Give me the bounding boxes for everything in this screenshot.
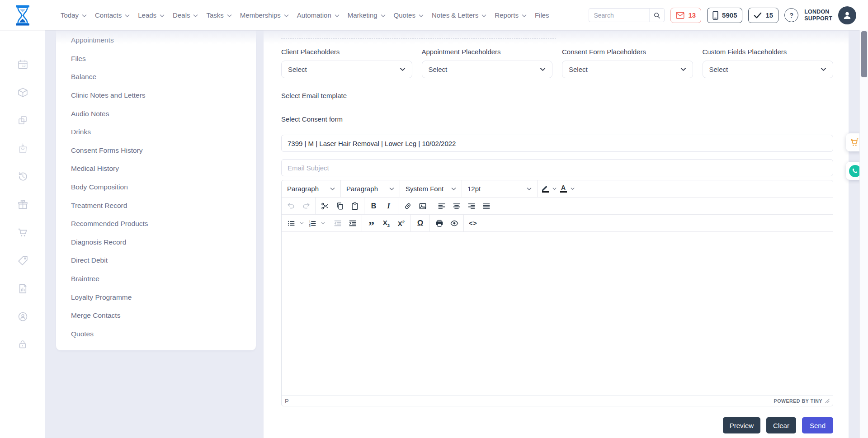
print-button[interactable] [432, 217, 447, 230]
placeholder-label: Appointment Placeholders [422, 48, 553, 56]
sidebar-item[interactable]: Braintree [56, 270, 256, 288]
preview-eye-button[interactable] [447, 217, 462, 230]
outdent-button[interactable] [330, 217, 345, 230]
nav-item[interactable]: Deals [173, 11, 198, 19]
block-format-select[interactable]: Paragraph [283, 185, 339, 193]
placeholder-select[interactable]: Select [703, 61, 834, 78]
sidebar-item[interactable]: Direct Debit [56, 251, 256, 270]
products-cube-icon[interactable] [17, 86, 28, 98]
text-color-button[interactable]: A [557, 182, 569, 196]
page-scrollbar-thumb[interactable] [861, 31, 867, 77]
preview-button[interactable]: Preview [723, 417, 760, 433]
mail-button[interactable]: 13 [670, 8, 701, 23]
sidebar-item[interactable]: Files [56, 50, 256, 68]
sidebar-item[interactable]: Diagnosis Record [56, 233, 256, 252]
highlight-color-button[interactable] [539, 182, 551, 196]
align-left-button[interactable] [434, 199, 449, 213]
sidebar-item[interactable]: Drinks [56, 123, 256, 141]
italic-button[interactable]: I [381, 199, 396, 213]
indent-button[interactable] [345, 217, 360, 230]
tasks-done-button[interactable]: 15 [748, 8, 778, 23]
paragraph-format-select[interactable]: Paragraph [343, 185, 398, 193]
nav-item[interactable]: Memberships [240, 11, 289, 19]
subscript-button[interactable]: X2 [379, 217, 394, 230]
sidebar-item[interactable]: Recommended Products [56, 215, 256, 233]
gift-icon[interactable] [17, 198, 28, 210]
bullet-list-chevron[interactable] [298, 217, 305, 230]
help-button[interactable]: ? [784, 8, 798, 22]
numbered-list-chevron[interactable] [320, 217, 326, 230]
superscript-button[interactable]: X2 [394, 217, 409, 230]
text-color-chevron[interactable] [569, 182, 576, 196]
app-logo-hourglass-icon[interactable] [14, 5, 32, 26]
bold-button[interactable]: B [366, 199, 381, 213]
nav-item[interactable]: Marketing [348, 11, 386, 19]
redo-button[interactable] [298, 199, 313, 213]
price-tag-icon[interactable] [17, 254, 28, 266]
select-consent-form[interactable]: Select Consent form [281, 115, 833, 124]
appointment-reference-input[interactable] [281, 135, 833, 152]
sidebar-item[interactable]: Balance [56, 68, 256, 86]
main-nav: Today Contacts Leads Deals [61, 11, 549, 19]
sidebar-item[interactable]: Merge Contacts [56, 306, 256, 325]
font-size-select[interactable]: 12pt [464, 185, 535, 193]
align-right-button[interactable] [464, 199, 479, 213]
nav-item[interactable]: Reports [495, 11, 527, 19]
user-sync-icon[interactable] [17, 311, 28, 322]
special-character-button[interactable]: Ω [413, 217, 428, 230]
sidebar-item[interactable]: Appointments [56, 31, 256, 50]
highlight-color-chevron[interactable] [551, 182, 557, 196]
nav-item[interactable]: Automation [297, 11, 340, 19]
avatar[interactable] [838, 6, 856, 24]
sidebar-item[interactable]: Loyalty Programme [56, 288, 256, 306]
nav-item[interactable]: Today [61, 11, 87, 19]
phone-calls-button[interactable]: 5905 [707, 8, 742, 23]
clear-button[interactable]: Clear [766, 417, 796, 433]
report-icon[interactable] [17, 283, 28, 294]
editor-body[interactable] [282, 232, 833, 396]
nav-item[interactable]: Leads [138, 11, 165, 19]
sidebar-item[interactable]: Consent Forms History [56, 141, 256, 160]
sidebar-item[interactable]: Medical History [56, 160, 256, 178]
purchase-bag-icon[interactable] [17, 142, 28, 154]
nav-item[interactable]: Contacts [95, 11, 130, 19]
paste-button[interactable] [347, 199, 362, 213]
cut-button[interactable] [317, 199, 332, 213]
calendar-icon[interactable]: 12 [17, 58, 28, 70]
search-icon[interactable] [649, 9, 664, 22]
bullet-list-button[interactable] [283, 217, 298, 230]
sidebar-item[interactable]: Clinic Notes and Letters [56, 86, 256, 105]
undo-button[interactable] [283, 199, 298, 213]
nav-item[interactable]: Quotes [394, 11, 424, 19]
placeholder-select[interactable]: Select [281, 61, 412, 78]
select-email-template[interactable]: Select Email template [281, 91, 833, 100]
sidebar-item[interactable]: Audio Notes [56, 104, 256, 123]
sidebar-item[interactable]: Quotes [56, 325, 256, 344]
svg-text:3: 3 [309, 224, 310, 227]
nav-item[interactable]: Files [535, 11, 549, 19]
insert-image-button[interactable] [415, 199, 430, 213]
lock-icon[interactable] [17, 339, 28, 350]
nav-item[interactable]: Notes & Letters [432, 11, 486, 19]
duplicate-icon[interactable] [17, 114, 28, 126]
search-input[interactable] [589, 12, 649, 19]
nav-item[interactable]: Tasks [206, 11, 231, 19]
blockquote-button[interactable]: ” [364, 217, 379, 230]
email-subject-input[interactable] [281, 159, 833, 176]
align-center-button[interactable] [449, 199, 464, 213]
placeholder-column: Client Placeholders Select [281, 48, 412, 78]
numbered-list-button[interactable]: 123 [305, 217, 320, 230]
justify-button[interactable] [479, 199, 494, 213]
sidebar-item[interactable]: Treatment Record [56, 196, 256, 215]
sidebar-item[interactable]: Body Composition [56, 178, 256, 197]
placeholder-select[interactable]: Select [422, 61, 553, 78]
resize-grip[interactable] [825, 399, 830, 403]
source-code-button[interactable]: <> [466, 217, 481, 230]
link-button[interactable] [400, 199, 415, 213]
copy-button[interactable] [332, 199, 347, 213]
history-icon[interactable] [17, 170, 28, 182]
font-family-select[interactable]: System Font [402, 185, 460, 193]
cart-icon[interactable] [17, 226, 28, 238]
send-button[interactable]: Send [802, 417, 833, 433]
placeholder-select[interactable]: Select [562, 61, 693, 78]
